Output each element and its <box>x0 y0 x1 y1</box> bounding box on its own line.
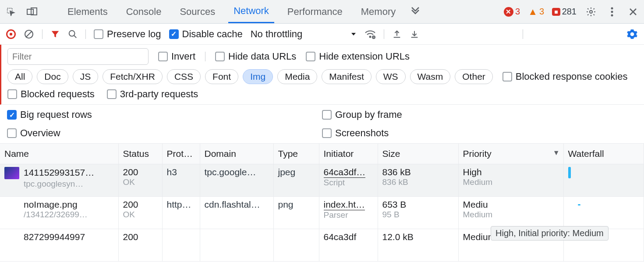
warning-icon: ▲ <box>528 7 538 17</box>
issues-count-badge[interactable]: ■ 281 <box>552 7 577 17</box>
close-devtools-icon[interactable] <box>626 5 640 18</box>
table-header-row: Name Status Prot… Domain Type Initiator … <box>0 144 644 164</box>
pill-media[interactable]: Media <box>277 69 317 84</box>
record-button[interactable] <box>6 29 16 39</box>
throttling-label: No throttling <box>251 28 303 40</box>
invert-label: Invert <box>171 51 195 62</box>
group-by-frame-checkbox[interactable]: Group by frame <box>322 109 637 120</box>
col-type[interactable]: Type <box>273 144 319 164</box>
export-har-icon[interactable] <box>392 29 402 39</box>
network-settings-icon[interactable] <box>626 28 638 40</box>
more-icon[interactable] <box>605 5 619 18</box>
tab-network[interactable]: Network <box>228 0 274 23</box>
pill-manifest[interactable]: Manifest <box>322 69 371 84</box>
error-count-badge[interactable]: ✕ 3 <box>504 7 520 17</box>
clear-icon[interactable] <box>24 29 34 39</box>
disable-cache-checkbox[interactable]: Disable cache <box>169 28 243 40</box>
preserve-log-checkbox[interactable]: Preserve log <box>94 28 161 40</box>
devtools-tab-bar: Elements Console Sources Network Perform… <box>0 0 644 24</box>
pill-fetch[interactable]: Fetch/XHR <box>103 69 163 84</box>
overview-checkbox[interactable]: Overview <box>7 127 322 139</box>
sort-indicator-icon: ▼ <box>553 149 560 157</box>
dock-icon[interactable] <box>25 5 39 18</box>
hide-ext-label: Hide extension URLs <box>319 51 410 62</box>
svg-point-5 <box>611 11 613 13</box>
checkbox-icon <box>322 128 332 138</box>
col-status[interactable]: Status <box>118 144 162 164</box>
hide-extension-urls-checkbox[interactable]: Hide extension URLs <box>306 51 410 62</box>
checkbox-icon <box>215 52 225 61</box>
initiator-link[interactable]: 64ca3df… <box>324 167 366 178</box>
third-party-checkbox[interactable]: 3rd-party requests <box>107 88 198 100</box>
big-rows-label: Big request rows <box>20 109 92 120</box>
disable-cache-label: Disable cache <box>182 28 243 40</box>
pill-css[interactable]: CSS <box>167 69 201 84</box>
settings-icon[interactable] <box>584 5 598 18</box>
warning-count-badge[interactable]: ▲ 3 <box>528 7 544 17</box>
checkbox-icon <box>322 110 332 120</box>
checkbox-icon <box>94 29 103 39</box>
col-initiator[interactable]: Initiator <box>319 144 378 164</box>
checkbox-icon <box>7 110 17 120</box>
waterfall-bar <box>578 204 580 205</box>
pill-doc[interactable]: Doc <box>37 69 68 84</box>
col-priority[interactable]: Priority▼ <box>458 144 563 164</box>
tabs-overflow-icon[interactable] <box>409 5 422 18</box>
blocked-requests-checkbox[interactable]: Blocked requests <box>7 88 95 100</box>
big-request-rows-checkbox[interactable]: Big request rows <box>7 109 322 120</box>
inspect-icon[interactable] <box>4 5 18 18</box>
table-row[interactable]: 141152993157…tpc.googlesyn… 200OK h3 tpc… <box>0 164 644 196</box>
filter-input[interactable] <box>7 48 149 65</box>
throttling-select[interactable]: No throttling <box>251 28 357 40</box>
svg-point-6 <box>611 14 613 16</box>
import-har-icon[interactable] <box>410 29 419 39</box>
col-domain[interactable]: Domain <box>200 144 273 164</box>
pill-img[interactable]: Img <box>243 69 273 84</box>
issues-icon: ■ <box>552 8 560 16</box>
issues-count: 281 <box>562 7 577 17</box>
blocked-requests-label: Blocked requests <box>21 88 95 100</box>
col-protocol[interactable]: Prot… <box>162 144 200 164</box>
type-filter-pills: All Doc JS Fetch/XHR CSS Font Img Media … <box>7 69 638 84</box>
col-name[interactable]: Name <box>0 144 118 164</box>
tab-memory[interactable]: Memory <box>356 0 401 23</box>
search-icon[interactable] <box>68 29 78 39</box>
checkbox-icon <box>169 29 179 39</box>
tab-elements[interactable]: Elements <box>62 0 113 23</box>
svg-rect-1 <box>27 9 33 14</box>
request-thumbnail <box>4 167 19 179</box>
network-options: Big request rows Overview Group by frame… <box>0 105 644 144</box>
pill-font[interactable]: Font <box>205 69 238 84</box>
initiator-link[interactable]: index.ht… <box>324 199 365 210</box>
table-row[interactable]: noImage.png/134122/32699… 200OK http… cd… <box>0 196 644 229</box>
col-size[interactable]: Size <box>378 144 458 164</box>
checkbox-icon <box>7 128 17 138</box>
error-icon: ✕ <box>504 7 513 17</box>
blocked-cookies-label: Blocked response cookies <box>516 71 628 82</box>
waterfall-bar <box>568 167 571 178</box>
tab-console[interactable]: Console <box>121 0 167 23</box>
checkbox-icon <box>158 52 168 61</box>
pill-js[interactable]: JS <box>73 69 99 84</box>
pill-wasm[interactable]: Wasm <box>410 69 451 84</box>
filter-toggle-icon[interactable] <box>50 29 60 39</box>
tab-performance[interactable]: Performance <box>282 0 348 23</box>
network-conditions-icon[interactable] <box>364 29 376 39</box>
pill-all[interactable]: All <box>7 69 32 84</box>
overview-label: Overview <box>20 127 60 139</box>
pill-other[interactable]: Other <box>455 69 493 84</box>
checkbox-icon <box>7 89 17 99</box>
network-filter-bar: Invert Hide data URLs Hide extension URL… <box>0 45 644 105</box>
col-waterfall[interactable]: Waterfall <box>563 144 644 164</box>
blocked-cookies-checkbox[interactable]: Blocked response cookies <box>502 71 628 82</box>
tab-sources[interactable]: Sources <box>174 0 220 23</box>
invert-checkbox[interactable]: Invert <box>158 51 195 62</box>
error-count: 3 <box>515 7 520 17</box>
pill-ws[interactable]: WS <box>376 69 406 84</box>
requests-table: Name Status Prot… Domain Type Initiator … <box>0 144 644 262</box>
hide-data-urls-checkbox[interactable]: Hide data URLs <box>215 51 296 62</box>
screenshots-checkbox[interactable]: Screenshots <box>322 127 637 139</box>
hide-data-label: Hide data URLs <box>228 51 296 62</box>
chevron-down-icon <box>350 31 357 37</box>
checkbox-icon <box>306 52 315 61</box>
